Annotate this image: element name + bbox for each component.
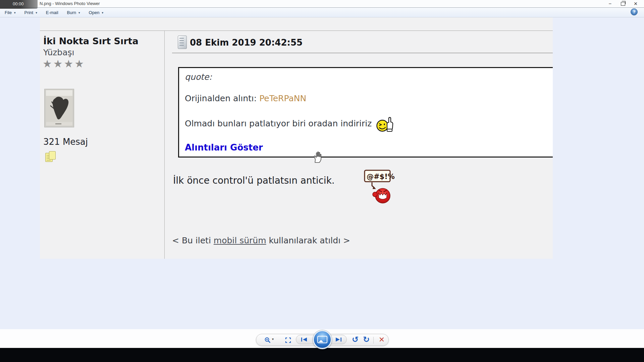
help-icon: ?	[633, 9, 636, 14]
quote-text-row: Olmadı bunları patlatıyor biri oradan in…	[185, 114, 394, 133]
forum-top-divider	[40, 31, 553, 31]
delete-icon: ×	[379, 334, 384, 345]
minimize-icon: −	[609, 0, 612, 7]
quote-source: Orijinalden alıntı: PeTeRPaNN	[185, 94, 306, 103]
quote-box: quote: Orijinalden alıntı: PeTeRPaNN Olm…	[178, 67, 553, 158]
menu-burn[interactable]: Burn ▾	[67, 8, 80, 17]
footer-suffix: kullanılarak atıldı >	[266, 236, 351, 245]
help-button[interactable]: ?	[631, 8, 638, 15]
post-header-divider	[172, 53, 553, 53]
window-controls: − ×	[604, 0, 642, 7]
close-button[interactable]: ×	[629, 0, 642, 7]
restore-button[interactable]	[616, 0, 629, 7]
chevron-down-icon: ▾	[78, 11, 80, 14]
quote-author: PeTeRPaNN	[259, 94, 306, 103]
play-slideshow-button[interactable]	[313, 330, 332, 349]
swear-bubble-text: @#$!%	[367, 173, 395, 181]
note-page-icon	[49, 151, 56, 160]
chevron-down-icon: ▾	[14, 11, 16, 14]
menu-open-label: Open	[89, 10, 100, 15]
show-quotes-link: Alıntıları Göster	[185, 142, 263, 153]
video-timestamp-overlay: 00:00	[0, 0, 38, 9]
thumbs-up-smiley-icon	[376, 116, 394, 133]
chevron-down-icon: ▾	[102, 11, 103, 14]
post-footer: < Bu ileti mobil sürüm kullanılarak atıl…	[172, 236, 350, 245]
chevron-down-icon: ▾	[36, 11, 37, 14]
menu-open[interactable]: Open ▾	[89, 8, 103, 17]
toolbar-divider	[373, 337, 374, 344]
mobile-version-link: mobil sürüm	[214, 236, 266, 245]
swearing-smiley-icon: @#$!%	[364, 169, 396, 221]
post-note-icon	[178, 36, 187, 49]
letterbox-bar	[0, 348, 644, 362]
menu-file[interactable]: File ▾	[5, 8, 15, 17]
quote-text: Olmadı bunları patlatıyor biri oradan in…	[185, 119, 372, 128]
forum-user-rank: Yüzbaşı	[43, 48, 74, 57]
zoom-button[interactable]	[264, 337, 271, 344]
delete-button[interactable]: ×	[378, 334, 386, 345]
menu-burn-label: Burn	[67, 10, 76, 15]
footer-prefix: < Bu ileti	[172, 236, 214, 245]
window-title: N.png - Windows Photo Viewer	[40, 0, 100, 7]
notes-icon	[45, 151, 57, 163]
rank-stars-icon: ★★★★	[43, 58, 85, 70]
rotate-ccw-icon: ↺	[352, 335, 359, 344]
hand-cursor-icon	[312, 151, 323, 163]
menu-email-label: E-mail	[46, 10, 58, 15]
menu-print-label: Print	[24, 10, 33, 15]
next-button[interactable]	[334, 337, 342, 342]
post-body: İlk önce control'ü patlatsın anticik.	[173, 175, 335, 186]
menu-file-label: File	[5, 10, 12, 15]
slideshow-icon	[317, 336, 327, 343]
post-date: 08 Ekim 2019 20:42:55	[190, 38, 303, 48]
fit-to-window-button[interactable]	[285, 337, 291, 343]
quote-label: quote:	[185, 72, 212, 82]
rotate-counterclockwise-button[interactable]: ↺	[351, 335, 359, 344]
forum-username: İki Nokta Sırt Sırta	[43, 36, 139, 46]
rotate-clockwise-button[interactable]: ↻	[362, 335, 370, 344]
restore-icon	[621, 2, 625, 6]
viewer-background: İki Nokta Sırt Sırta Yüzbaşı ★★★★ 321 Me…	[0, 17, 644, 329]
sidebar-divider	[164, 31, 165, 259]
quote-source-label: Orijinalden alıntı:	[185, 94, 259, 103]
zoom-dropdown-arrow[interactable]: ▾	[272, 337, 274, 341]
displayed-photo-forum-post: İki Nokta Sırt Sırta Yüzbaşı ★★★★ 321 Me…	[40, 17, 553, 259]
rotate-cw-icon: ↻	[363, 335, 370, 344]
previous-button[interactable]	[301, 337, 308, 342]
title-bar: N.png - Windows Photo Viewer	[0, 0, 644, 7]
user-avatar	[44, 89, 74, 127]
message-count: 321 Mesaj	[43, 137, 88, 147]
menu-print[interactable]: Print ▾	[24, 8, 37, 17]
minimize-button[interactable]: −	[604, 0, 616, 7]
close-icon: ×	[634, 0, 638, 7]
menu-email[interactable]: E-mail	[46, 8, 58, 17]
menu-bar: File ▾ Print ▾ E-mail Burn ▾ Open ▾	[0, 7, 644, 17]
